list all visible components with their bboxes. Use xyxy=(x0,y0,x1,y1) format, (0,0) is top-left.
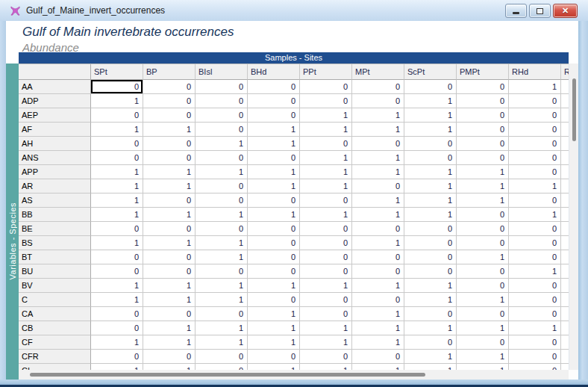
column-header[interactable]: MPt xyxy=(352,64,404,80)
row-label[interactable]: APP xyxy=(19,165,91,179)
row-label[interactable]: CB xyxy=(19,321,91,335)
cell[interactable]: 1 xyxy=(248,321,300,335)
row-label[interactable]: AF xyxy=(19,123,91,137)
cell[interactable]: 1 xyxy=(300,364,352,370)
cell[interactable] xyxy=(561,250,569,264)
column-header[interactable]: R xyxy=(561,64,569,80)
cell[interactable]: 1 xyxy=(300,208,352,222)
cell[interactable] xyxy=(561,293,569,307)
cell[interactable]: 1 xyxy=(91,179,143,194)
row-label[interactable]: ANS xyxy=(19,151,91,165)
cell[interactable]: 0 xyxy=(404,307,457,321)
row-label[interactable]: ADP xyxy=(19,94,91,108)
cell[interactable]: 1 xyxy=(300,151,352,165)
cell[interactable] xyxy=(561,279,569,293)
cell[interactable]: 0 xyxy=(300,137,352,151)
cell[interactable]: 1 xyxy=(248,137,300,151)
cell[interactable]: 0 xyxy=(143,80,196,94)
column-header[interactable]: BHd xyxy=(248,64,300,80)
row-label[interactable]: CI xyxy=(19,364,91,370)
cell[interactable]: 0 xyxy=(196,194,248,208)
cell[interactable]: 0 xyxy=(248,108,300,123)
cell[interactable]: 0 xyxy=(143,137,196,151)
cell[interactable]: 1 xyxy=(352,194,404,208)
cell[interactable]: 1 xyxy=(509,264,561,279)
cell[interactable]: 0 xyxy=(352,350,404,364)
cell[interactable]: 1 xyxy=(300,279,352,293)
cell[interactable]: 0 xyxy=(91,350,143,364)
corner-cell[interactable] xyxy=(19,64,91,80)
close-button[interactable]: ✕ xyxy=(553,4,578,18)
cell[interactable]: 0 xyxy=(352,80,404,94)
cell[interactable] xyxy=(561,208,569,222)
cell[interactable]: 1 xyxy=(143,123,196,137)
cell[interactable]: 1 xyxy=(91,208,143,222)
cell[interactable]: 0 xyxy=(457,208,509,222)
cell[interactable]: 0 xyxy=(457,123,509,137)
cell[interactable] xyxy=(561,236,569,250)
cell[interactable]: 0 xyxy=(457,80,509,94)
cell[interactable]: 0 xyxy=(248,222,300,236)
cell[interactable]: 1 xyxy=(509,321,561,335)
column-header[interactable]: SPt xyxy=(91,64,143,80)
cell[interactable]: 0 xyxy=(300,222,352,236)
cell[interactable]: 0 xyxy=(457,264,509,279)
cell[interactable]: 0 xyxy=(196,350,248,364)
cell[interactable]: 0 xyxy=(300,350,352,364)
cell[interactable]: 0 xyxy=(196,80,248,94)
cell[interactable]: 1 xyxy=(352,321,404,335)
cell[interactable]: 1 xyxy=(248,208,300,222)
cell[interactable]: 1 xyxy=(248,364,300,370)
cell[interactable]: 0 xyxy=(300,194,352,208)
cell[interactable]: 1 xyxy=(300,108,352,123)
cell[interactable]: 0 xyxy=(404,222,457,236)
cell[interactable]: 1 xyxy=(196,279,248,293)
cell[interactable]: 0 xyxy=(300,293,352,307)
cell[interactable]: 0 xyxy=(509,123,561,137)
cell[interactable]: 1 xyxy=(91,165,143,179)
cell[interactable]: 1 xyxy=(404,293,457,307)
cell[interactable]: 0 xyxy=(404,236,457,250)
row-label[interactable]: CA xyxy=(19,307,91,321)
cell[interactable]: 1 xyxy=(248,307,300,321)
row-label[interactable]: BE xyxy=(19,222,91,236)
cell[interactable]: 0 xyxy=(143,151,196,165)
cell[interactable]: 1 xyxy=(352,279,404,293)
cell[interactable] xyxy=(561,94,569,108)
cell[interactable] xyxy=(561,364,569,370)
cell[interactable]: 0 xyxy=(457,307,509,321)
cell[interactable]: 1 xyxy=(91,279,143,293)
cell[interactable]: 1 xyxy=(196,250,248,264)
cell[interactable] xyxy=(561,264,569,279)
cell[interactable]: 1 xyxy=(509,179,561,194)
cell[interactable] xyxy=(561,137,569,151)
cell[interactable]: 1 xyxy=(91,94,143,108)
cell[interactable]: 0 xyxy=(509,194,561,208)
cell[interactable]: 1 xyxy=(509,80,561,94)
cell[interactable]: 0 xyxy=(196,151,248,165)
row-label[interactable]: AS xyxy=(19,194,91,208)
cell[interactable]: 0 xyxy=(404,250,457,264)
cell[interactable]: 1 xyxy=(91,194,143,208)
cell[interactable]: 1 xyxy=(300,165,352,179)
horizontal-scrollbar[interactable] xyxy=(19,370,569,380)
cell[interactable]: 0 xyxy=(248,250,300,264)
cell[interactable]: 0 xyxy=(143,222,196,236)
cell[interactable] xyxy=(561,350,569,364)
cell[interactable] xyxy=(561,108,569,123)
vertical-scrollbar-thumb[interactable] xyxy=(572,78,576,141)
cell[interactable]: 1 xyxy=(404,364,457,370)
minimize-button[interactable] xyxy=(505,4,527,18)
cell[interactable]: 1 xyxy=(352,335,404,350)
cell[interactable]: 0 xyxy=(457,222,509,236)
cell[interactable] xyxy=(561,179,569,194)
cell[interactable]: 0 xyxy=(91,80,143,94)
cell[interactable]: 1 xyxy=(352,236,404,250)
cell[interactable]: 1 xyxy=(457,165,509,179)
cell[interactable]: 0 xyxy=(143,194,196,208)
cell[interactable] xyxy=(561,222,569,236)
cell[interactable]: 0 xyxy=(404,80,457,94)
cell[interactable]: 0 xyxy=(248,350,300,364)
cell[interactable]: 0 xyxy=(143,250,196,264)
cell[interactable]: 1 xyxy=(196,236,248,250)
